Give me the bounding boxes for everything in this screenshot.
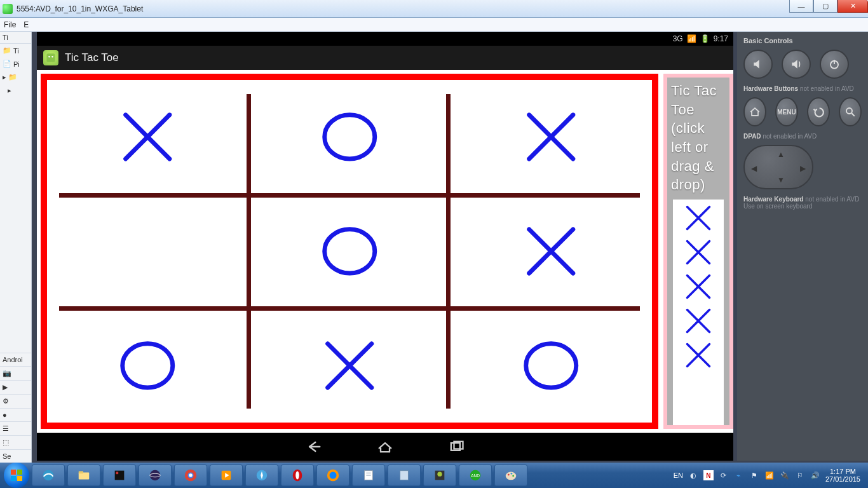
ide-tab-3[interactable]: Pi	[13, 60, 20, 68]
svg-rect-0	[46, 53, 55, 62]
board-cell-4[interactable]	[248, 194, 450, 309]
taskbar-paint[interactable]	[494, 464, 527, 486]
taskbar-media[interactable]	[210, 464, 243, 486]
palette-piece-4[interactable]	[682, 339, 714, 371]
svg-point-60	[511, 473, 513, 475]
emu-search-button[interactable]	[839, 97, 862, 126]
svg-point-49	[330, 472, 337, 479]
menu-file[interactable]: File	[4, 20, 16, 29]
hw-buttons-label: Hardware Buttons	[743, 85, 798, 92]
recents-button[interactable]	[446, 437, 466, 457]
ide-se[interactable]: Se	[0, 449, 31, 463]
volume-up-button[interactable]	[782, 50, 811, 79]
tray-time: 1:17 PM	[825, 468, 860, 475]
tray-icon-1[interactable]: ◐	[688, 470, 698, 480]
svg-point-29	[846, 108, 852, 114]
emu-back-button[interactable]	[807, 97, 830, 126]
palette-piece-1[interactable]	[682, 236, 714, 268]
ide-sidebar: Ti 📁 Ti 📄 Pi ▸ 📁 ▸ Androi 📷 ▶ ⚙ ● ☰ ⬚ Se	[0, 32, 32, 463]
android-statusbar: 3G 📶 🔋 9:17	[37, 32, 733, 46]
tray-volume-icon[interactable]: 🔊	[810, 470, 820, 480]
svg-text:AND: AND	[471, 473, 480, 478]
app-title: Tic Tac Toe	[65, 51, 119, 64]
app-bar: Tic Tac Toe	[37, 46, 733, 70]
ide-tab-2[interactable]: Ti	[13, 47, 19, 55]
ide-tab-1[interactable]: Ti	[0, 32, 31, 44]
maximize-button[interactable]: ▢	[813, 0, 837, 13]
hw-keyboard-sub: Use on screen keyboard	[743, 203, 812, 210]
taskbar-chrome[interactable]	[174, 464, 207, 486]
tray-icon-3[interactable]: ⟳	[719, 470, 729, 480]
taskbar-ie[interactable]	[32, 464, 65, 486]
ide-android-panel[interactable]: Androi	[0, 353, 31, 366]
svg-point-37	[150, 470, 161, 481]
palette-piece-3[interactable]	[682, 305, 714, 337]
tray-power-icon[interactable]: 🔌	[780, 470, 790, 480]
svg-point-41	[189, 473, 193, 477]
window-titlebar[interactable]: 5554:AVD_for_10_1in_WXGA_Tablet — ▢ ✕	[0, 0, 868, 18]
svg-point-8	[324, 229, 374, 273]
taskbar-avd[interactable]: AND	[459, 464, 492, 486]
svg-point-5	[324, 115, 374, 159]
hw-keyboard-note: not enabled in AVD	[805, 196, 859, 203]
board-cell-0[interactable]	[47, 80, 248, 194]
close-button[interactable]: ✕	[837, 0, 868, 13]
network-icon: 3G	[673, 34, 683, 43]
taskbar-opera[interactable]	[281, 464, 314, 486]
home-button[interactable]	[375, 437, 395, 457]
board-cell-3[interactable]	[47, 194, 248, 309]
tray-bluetooth-icon[interactable]: ⌁	[734, 470, 744, 480]
start-button[interactable]	[4, 463, 29, 488]
minimize-button[interactable]: —	[789, 0, 813, 13]
power-button[interactable]	[820, 50, 849, 79]
taskbar-safari[interactable]	[245, 464, 278, 486]
volume-down-button[interactable]	[743, 50, 773, 79]
game-board[interactable]	[41, 74, 658, 429]
android-navbar	[37, 433, 733, 461]
app-icon	[43, 50, 58, 65]
svg-point-1	[48, 56, 50, 58]
svg-rect-34	[79, 471, 83, 474]
svg-point-2	[51, 56, 53, 58]
tray-clock[interactable]: 1:17 PM 27/01/2015	[825, 468, 860, 483]
svg-line-30	[851, 113, 855, 116]
tray-network-icon[interactable]: 📶	[764, 470, 775, 480]
palette-pieces	[673, 200, 724, 425]
dpad[interactable]: ▲ ▼ ◀ ▶	[743, 145, 813, 189]
palette-piece-0[interactable]	[682, 202, 714, 234]
signal-icon: 📶	[687, 34, 696, 43]
taskbar-android-studio[interactable]	[423, 464, 456, 486]
taskbar-explorer[interactable]	[67, 464, 100, 486]
dpad-note: not enabled in AVD	[763, 133, 817, 140]
tray-icon-2[interactable]: N	[703, 470, 714, 480]
emulator-icon	[3, 4, 13, 14]
tray-action-icon[interactable]: ⚐	[795, 470, 805, 480]
palette-piece-2[interactable]	[682, 271, 714, 302]
svg-point-55	[437, 472, 442, 477]
taskbar-notepad[interactable]	[352, 464, 385, 486]
emulator-device: 3G 📶 🔋 9:17 Tic Tac Toe	[37, 32, 733, 461]
emu-home-button[interactable]	[743, 97, 766, 126]
taskbar-app-1[interactable]	[103, 464, 136, 486]
svg-point-11	[123, 344, 173, 388]
piece-palette: Tic Tac Toe (click left or drag & drop)	[663, 74, 733, 429]
back-button[interactable]	[304, 437, 324, 457]
svg-point-47	[295, 471, 299, 480]
tray-lang[interactable]: EN	[674, 471, 683, 479]
taskbar-eclipse[interactable]	[139, 464, 172, 486]
board-cell-1[interactable]	[248, 80, 450, 194]
menu-edit[interactable]: E	[24, 20, 29, 29]
hw-buttons-note: not enabled in AVD	[800, 85, 854, 92]
taskbar-app-2[interactable]	[388, 464, 421, 486]
board-cell-8[interactable]	[451, 308, 652, 423]
board-cell-5[interactable]	[451, 194, 652, 309]
menu-bar: File E	[0, 18, 868, 32]
board-cell-2[interactable]	[451, 80, 652, 194]
board-cell-6[interactable]	[47, 308, 248, 423]
emu-menu-button[interactable]: MENU	[775, 97, 798, 126]
board-cell-7[interactable]	[248, 308, 450, 423]
tray-icon-4[interactable]: ⚑	[749, 470, 759, 480]
emulator-controls: Basic Controls Hardware Buttons not enab…	[737, 32, 868, 461]
taskbar-firefox[interactable]	[316, 464, 349, 486]
window-title: 5554:AVD_for_10_1in_WXGA_Tablet	[17, 4, 143, 13]
